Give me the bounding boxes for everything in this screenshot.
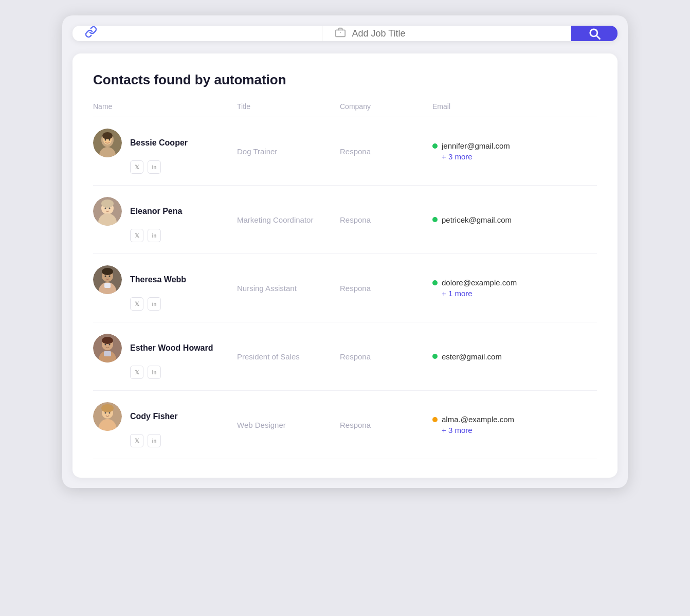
social-icons: 𝕏 in (130, 229, 237, 242)
table-row: Eleanor Pena 𝕏 in Marketing Coordinator … (93, 186, 597, 254)
contact-company: Respona (340, 421, 432, 429)
table-row: Esther Wood Howard 𝕏 in President of Sal… (93, 322, 597, 391)
outer-wrapper: Respona.com Contacts found by automation (62, 15, 628, 488)
svg-point-19 (102, 268, 113, 275)
linkedin-icon[interactable]: in (148, 160, 161, 174)
linkedin-icon[interactable]: in (148, 229, 161, 242)
contact-info: Eleanor Pena 𝕏 in (93, 197, 237, 242)
contact-info: Theresa Webb 𝕏 in (93, 265, 237, 311)
table-row: Cody Fisher 𝕏 in Web Designer Respona al… (93, 391, 597, 459)
email-status-dot (432, 280, 438, 285)
social-icons: 𝕏 in (130, 297, 237, 311)
contact-name: Theresa Webb (130, 275, 186, 285)
col-title: Title (237, 102, 340, 111)
url-section: Respona.com (72, 26, 322, 41)
contact-title: Marketing Coordinator (237, 214, 340, 225)
contact-title: President of Sales (237, 351, 340, 362)
linkedin-icon[interactable]: in (148, 366, 161, 379)
email-cell: ester@gmail.com (432, 352, 597, 361)
table-header: Name Title Company Email (93, 102, 597, 117)
twitter-icon[interactable]: 𝕏 (130, 366, 143, 379)
svg-point-21 (109, 276, 111, 277)
contact-company: Respona (340, 147, 432, 156)
name-block: Bessie Cooper (130, 138, 188, 149)
linkedin-icon[interactable]: in (148, 297, 161, 311)
email-row: alma.@example.com (432, 415, 597, 424)
twitter-icon[interactable]: 𝕏 (130, 434, 143, 447)
email-address: jennifer@gmail.com (442, 141, 510, 150)
more-emails-link[interactable]: + 3 more (442, 152, 597, 161)
svg-point-7 (102, 132, 113, 139)
email-address: alma.@example.com (442, 415, 514, 424)
avatar (93, 334, 122, 363)
link-icon (85, 26, 97, 41)
contact-top: Theresa Webb (93, 265, 237, 294)
email-cell: petricek@gmail.com (432, 215, 597, 224)
email-status-dot (432, 354, 438, 359)
more-emails-link[interactable]: + 3 more (442, 426, 597, 434)
svg-point-26 (102, 337, 113, 344)
contact-top: Esther Wood Howard (93, 334, 237, 363)
email-address: ester@gmail.com (442, 352, 502, 361)
avatar (93, 265, 122, 294)
job-title-input[interactable] (352, 28, 559, 39)
email-address: petricek@gmail.com (442, 215, 512, 224)
svg-point-20 (105, 276, 106, 277)
contact-company: Respona (340, 352, 432, 361)
contact-info: Bessie Cooper 𝕏 in (93, 129, 237, 174)
contact-top: Bessie Cooper (93, 129, 237, 157)
svg-point-8 (105, 139, 106, 141)
contact-info: Cody Fisher 𝕏 in (93, 402, 237, 447)
social-icons: 𝕏 in (130, 366, 237, 379)
col-company: Company (340, 102, 432, 111)
svg-point-15 (109, 208, 111, 209)
social-icons: 𝕏 in (130, 160, 237, 174)
card-title: Contacts found by automation (93, 72, 597, 88)
svg-point-34 (105, 412, 106, 414)
main-card: Contacts found by automation Name Title … (72, 53, 618, 478)
linkedin-icon[interactable]: in (148, 434, 161, 447)
name-block: Theresa Webb (130, 275, 186, 285)
email-cell: alma.@example.com + 3 more (432, 415, 597, 434)
contact-title: Nursing Assistant (237, 283, 340, 294)
email-address: dolore@example.com (442, 278, 517, 287)
contact-company: Respona (340, 215, 432, 224)
contacts-table: Name Title Company Email Bessie Cooper (93, 102, 597, 459)
search-bar: Respona.com (72, 26, 618, 41)
twitter-icon[interactable]: 𝕏 (130, 229, 143, 242)
avatar (93, 129, 122, 157)
email-cell: jennifer@gmail.com + 3 more (432, 141, 597, 161)
email-row: ester@gmail.com (432, 352, 597, 361)
twitter-icon[interactable]: 𝕏 (130, 160, 143, 174)
contact-title: Dog Trainer (237, 146, 340, 157)
email-row: dolore@example.com (432, 278, 597, 287)
email-row: petricek@gmail.com (432, 215, 597, 224)
svg-point-33 (101, 404, 114, 412)
briefcase-icon (335, 27, 346, 41)
search-button[interactable] (571, 26, 618, 41)
svg-point-9 (109, 139, 111, 141)
contact-name: Esther Wood Howard (130, 343, 213, 354)
contact-name: Bessie Cooper (130, 138, 188, 149)
twitter-icon[interactable]: 𝕏 (130, 297, 143, 311)
contact-top: Cody Fisher (93, 402, 237, 431)
email-cell: dolore@example.com + 1 more (432, 278, 597, 298)
email-status-dot (432, 217, 438, 222)
avatar (93, 402, 122, 431)
url-input[interactable]: Respona.com (103, 28, 310, 39)
email-row: jennifer@gmail.com (432, 141, 597, 150)
svg-point-28 (109, 344, 111, 346)
email-status-dot (432, 143, 438, 149)
more-emails-link[interactable]: + 1 more (442, 289, 597, 298)
avatar (93, 197, 122, 226)
contact-title: Web Designer (237, 420, 340, 430)
contact-name: Eleanor Pena (130, 206, 182, 217)
table-body: Bessie Cooper 𝕏 in Dog Trainer Respona j… (93, 117, 597, 459)
col-email: Email (432, 102, 597, 111)
col-name: Name (93, 102, 237, 111)
svg-rect-0 (335, 30, 344, 37)
name-block: Eleanor Pena (130, 206, 182, 217)
name-block: Cody Fisher (130, 411, 177, 422)
svg-rect-29 (104, 351, 111, 356)
contact-company: Respona (340, 284, 432, 293)
